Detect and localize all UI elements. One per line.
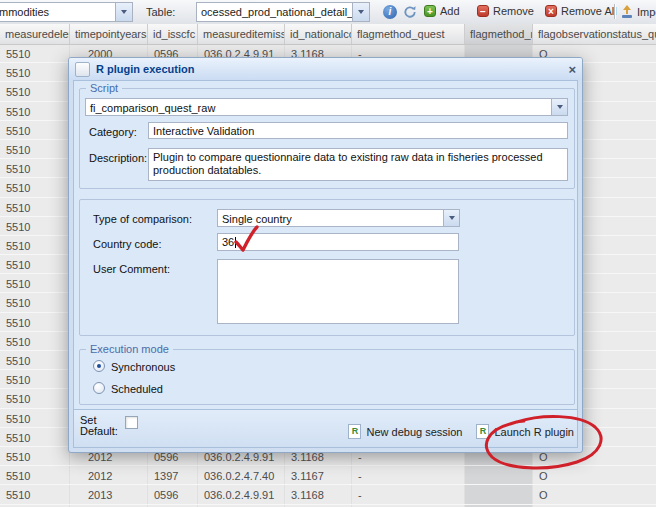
grid-cell[interactable]: 5510 xyxy=(0,466,70,484)
category-label: Category: xyxy=(89,126,137,138)
text-cursor xyxy=(235,237,236,248)
table-combobox-trigger[interactable] xyxy=(352,2,370,22)
add-icon: + xyxy=(424,5,436,17)
grid-cell[interactable]: 5510 xyxy=(0,82,70,100)
grid-cell-highlighted[interactable] xyxy=(465,466,533,484)
grid-cell[interactable]: O xyxy=(533,485,548,503)
country-code-label: Country code: xyxy=(93,238,161,250)
import-button[interactable]: Import xyxy=(621,5,656,18)
grid-cell[interactable]: 5510 xyxy=(0,485,70,503)
grid-cell[interactable]: 5510 xyxy=(0,198,70,216)
grid-cell[interactable]: - xyxy=(352,485,465,503)
grid-cell[interactable]: 5510 xyxy=(0,102,70,120)
column-header-flagmethod-quest[interactable]: flagmethod_quest xyxy=(352,24,465,44)
grid-header: measuredelement timepointyears id_isscfc… xyxy=(0,24,656,45)
column-header-id-isscfc[interactable]: id_isscfc xyxy=(148,24,198,44)
grid-cell[interactable]: 5510 xyxy=(0,140,70,158)
grid-cell[interactable]: 5510 xyxy=(0,389,70,407)
execution-mode-legend: Execution mode xyxy=(86,343,173,355)
column-header-flagmethod-raw[interactable]: flagmethod_raw xyxy=(465,24,533,44)
grid-cell[interactable]: 0596 xyxy=(148,485,198,503)
dataset-combobox[interactable]: mmodities xyxy=(0,2,133,22)
grid-cell[interactable]: 5510 xyxy=(0,121,70,139)
grid-cell[interactable]: 2013 xyxy=(70,485,148,503)
grid-cell[interactable]: 036.0.2.4.9.91 xyxy=(198,485,285,503)
footer-buttons: R New debug session R Launch R plugin xyxy=(348,424,574,439)
column-header-measuredelement[interactable]: measuredelement xyxy=(0,24,70,44)
chevron-down-icon xyxy=(121,10,127,14)
grid-cell[interactable]: 5510 xyxy=(0,447,70,465)
r-plugin-execution-dialog: R plugin execution × Script fi_compariso… xyxy=(68,57,583,453)
r-plugin-icon xyxy=(75,62,90,77)
grid-cell[interactable]: 3.1167 xyxy=(285,466,352,484)
table-row[interactable]: 5510 2013 0596 036.0.2.4.9.91 3.1168 - O xyxy=(0,485,656,504)
grid-cell[interactable]: 5510 xyxy=(0,313,70,331)
grid-cell[interactable]: - xyxy=(352,466,465,484)
remove-icon: − xyxy=(477,5,489,17)
dialog-body: Script fi_comparison_quest_raw Category:… xyxy=(73,80,578,448)
grid-cell[interactable]: 5510 xyxy=(0,332,70,350)
user-comment-label: User Comment: xyxy=(93,263,170,275)
dataset-combobox-trigger[interactable] xyxy=(115,2,133,22)
grid-cell[interactable]: 5510 xyxy=(0,293,70,311)
user-comment-field[interactable] xyxy=(217,259,459,324)
refresh-icon[interactable] xyxy=(403,5,417,19)
grid-cell[interactable]: 5510 xyxy=(0,274,70,292)
dialog-titlebar[interactable]: R plugin execution × xyxy=(69,58,582,80)
type-of-comparison-label: Type of comparison: xyxy=(93,213,192,225)
r-script-icon: R xyxy=(348,424,361,439)
type-of-comparison-value[interactable]: Single country xyxy=(217,209,443,227)
grid-cell[interactable]: 5510 xyxy=(0,370,70,388)
add-button-label: Add xyxy=(440,5,460,17)
table-combobox[interactable]: ocessed_prod_national_detail_compare xyxy=(196,2,370,22)
remove-all-icon: × xyxy=(545,5,557,17)
script-combobox[interactable]: fi_comparison_quest_raw xyxy=(85,98,568,116)
add-button[interactable]: + Add xyxy=(424,5,460,17)
table-label: Table: xyxy=(146,6,175,18)
table-combobox-value[interactable]: ocessed_prod_national_detail_compare xyxy=(196,2,352,22)
grid-cell-highlighted[interactable] xyxy=(465,485,533,503)
grid-cell[interactable]: 5510 xyxy=(0,217,70,235)
column-header-id-nationalcode[interactable]: id_nationalcode xyxy=(285,24,352,44)
remove-button-label: Remove xyxy=(493,5,534,17)
grid-cell[interactable]: 5510 xyxy=(0,44,70,62)
type-of-comparison-combobox[interactable]: Single country xyxy=(217,209,460,227)
toolbar-separator xyxy=(614,4,615,19)
scheduled-label: Scheduled xyxy=(111,383,163,395)
dataset-combobox-value[interactable]: mmodities xyxy=(0,2,115,22)
info-icon[interactable]: i xyxy=(383,5,397,19)
grid-cell[interactable]: 5510 xyxy=(0,351,70,369)
close-icon[interactable]: × xyxy=(568,63,576,76)
grid-cell[interactable]: 5510 xyxy=(0,255,70,273)
grid-cell[interactable]: 5510 xyxy=(0,428,70,446)
column-header-flagobservationstatus[interactable]: flagobservationstatus_que xyxy=(533,24,656,44)
grid-cell[interactable]: 036.0.2.4.7.40 xyxy=(198,466,285,484)
grid-cell[interactable]: 2012 xyxy=(70,466,148,484)
grid-cell[interactable]: 1397 xyxy=(148,466,198,484)
description-field[interactable]: Plugin to compare questionnaire data to … xyxy=(148,148,568,181)
new-debug-session-button[interactable]: R New debug session xyxy=(348,424,462,439)
type-of-comparison-trigger[interactable] xyxy=(443,209,460,227)
column-header-timepointyears[interactable]: timepointyears xyxy=(70,24,148,44)
synchronous-radio[interactable] xyxy=(93,360,105,372)
grid-cell[interactable]: 5510 xyxy=(0,409,70,427)
grid-cell[interactable]: 5510 xyxy=(0,159,70,177)
execution-mode-fieldset: Execution mode xyxy=(79,349,575,405)
launch-r-plugin-button[interactable]: R Launch R plugin xyxy=(476,424,574,439)
table-row[interactable]: 5510 2012 1397 036.0.2.4.7.40 3.1167 - O xyxy=(0,466,656,485)
script-combobox-trigger[interactable] xyxy=(551,98,568,116)
remove-button[interactable]: − Remove xyxy=(477,5,534,17)
import-button-label: Import xyxy=(637,6,656,18)
script-combobox-value[interactable]: fi_comparison_quest_raw xyxy=(85,98,551,116)
grid-cell[interactable]: 5510 xyxy=(0,63,70,81)
grid-cell[interactable]: O xyxy=(533,466,548,484)
scheduled-radio[interactable] xyxy=(93,382,105,394)
remove-all-button[interactable]: × Remove All xyxy=(545,5,617,17)
column-header-measureditemisscfc[interactable]: measureditemisscfc xyxy=(198,24,285,44)
grid-cell[interactable]: 5510 xyxy=(0,236,70,254)
grid-cell[interactable]: 3.1168 xyxy=(285,485,352,503)
country-code-field[interactable]: 36 xyxy=(217,233,459,251)
category-field[interactable]: Interactive Validation xyxy=(148,122,568,139)
set-default-checkbox[interactable] xyxy=(125,416,138,429)
grid-cell[interactable]: 5510 xyxy=(0,178,70,196)
